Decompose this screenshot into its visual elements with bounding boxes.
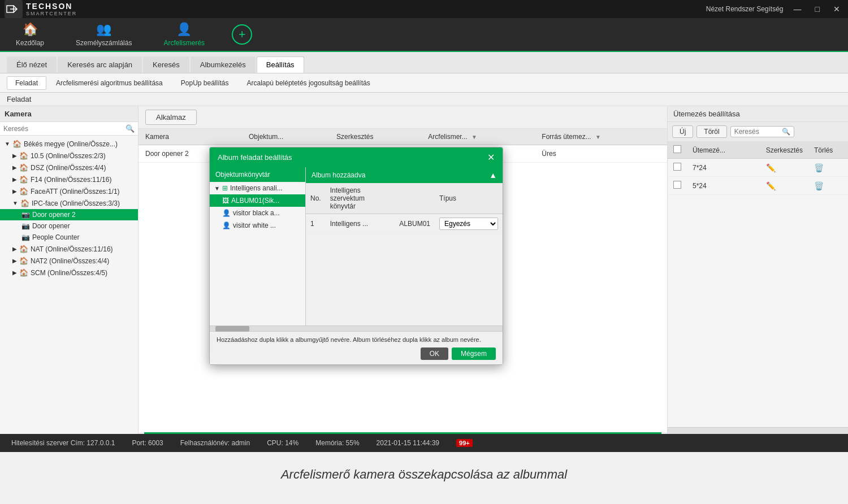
tab-elo-nezet[interactable]: Élő nézet	[7, 57, 57, 73]
col-album	[395, 183, 435, 214]
apply-button[interactable]: Alkalmaz	[145, 110, 197, 125]
tree-item-faceatt[interactable]: ▶ 🏠 FaceATT (Online/Összes:1/1)	[0, 185, 138, 197]
row2-delete-icon[interactable]: 🗑️	[814, 181, 824, 190]
tab-kereses-arc[interactable]: Keresés arc alapján	[58, 57, 142, 73]
right-panel-toolbar: Új Töröl 🔍	[668, 122, 848, 142]
modal-title: Album feladat beállítás	[218, 153, 292, 162]
modal-tree-visitor-black[interactable]: 👤 visitor black a...	[210, 207, 305, 219]
delete-button[interactable]: Töröl	[696, 125, 726, 138]
status-memory: Memória: 55%	[315, 439, 359, 447]
schedule-search-input[interactable]	[734, 128, 780, 136]
right-panel: Ütemezés beállítása Új Töröl 🔍 Ütemezé..…	[667, 106, 848, 434]
col-utemeze-header: Ütemezé...	[687, 142, 760, 159]
title-bar-left: TECHSON SMARTCENTER	[5, 0, 77, 18]
expand-icon: ▶	[12, 164, 17, 171]
nav-label-arcfelismeres: Arcfelismerés	[163, 39, 205, 47]
modal-scrollbar-thumb[interactable]	[215, 326, 249, 332]
sort-icon-2: ▼	[595, 134, 601, 140]
modal-ok-button[interactable]: OK	[421, 347, 448, 360]
tree-item-f14[interactable]: ▶ 🏠 F14 (Online/Összes:11/16)	[0, 173, 138, 185]
modal-right-header: Album hozzáadva ▲	[306, 167, 503, 183]
tab-algoritmus[interactable]: Arcfelismerési algoritmus beállítása	[47, 76, 171, 90]
cell-intelligens: Intelligens ...	[326, 214, 395, 234]
tree-item-people-counter[interactable]: 📷 People Counter	[0, 232, 138, 243]
modal-dialog[interactable]: Album feladat beállítás ✕ Objektumkönyvt…	[209, 147, 503, 365]
caption-text: Arcfelismerő kamera összekapcsolása az a…	[281, 467, 567, 482]
row2-checkbox[interactable]	[673, 181, 681, 189]
tab-popup[interactable]: PopUp beállítás	[172, 76, 237, 90]
modal-body: Objektumkönyvtár ▼ ⊞ Intelligens anali..…	[210, 167, 503, 325]
camera-icon: 📷	[21, 233, 30, 241]
tab-beallitas[interactable]: Beállítás	[257, 57, 304, 73]
collapse-icon: ▲	[489, 171, 497, 180]
row2-delete[interactable]: 🗑️	[808, 177, 848, 195]
row1-edit[interactable]: ✏️	[760, 159, 808, 177]
nav-item-kezdolap[interactable]: 🏠 Kezdőlap	[11, 20, 49, 49]
tree-item-10-5[interactable]: ▶ 🏠 10.5 (Online/Összes:2/3)	[0, 150, 138, 162]
right-panel-header: Ütemezés beállítása	[668, 106, 848, 122]
tab-arcalapu[interactable]: Arcalapú beléptetés jogosultság beállítá…	[239, 76, 379, 90]
close-button[interactable]: ✕	[830, 3, 843, 15]
tree-item-door-opener[interactable]: 📷 Door opener	[0, 220, 138, 232]
maximize-button[interactable]: □	[812, 3, 823, 15]
tipus-select[interactable]: Egyezés Nem egyezés	[439, 218, 498, 230]
modal-tree-intelligens[interactable]: ▼ ⊞ Intelligens anali...	[210, 182, 305, 194]
modal-cancel-button[interactable]: Mégsem	[452, 347, 496, 360]
schedule-search-box[interactable]: 🔍	[730, 126, 794, 137]
row1-check[interactable]	[668, 159, 687, 177]
tree-item-nat[interactable]: ▶ 🏠 NAT (Online/Összes:11/16)	[0, 243, 138, 255]
tree-item-bekes[interactable]: ▼ 🏠 Békés megye (Online/Össze...)	[0, 138, 138, 150]
house-icon: 🏠	[19, 245, 28, 253]
tree-item-door-opener-2[interactable]: 📷 Door opener 2	[0, 209, 138, 220]
tab-kereses[interactable]: Keresés	[143, 57, 189, 73]
row1-edit-icon[interactable]: ✏️	[766, 163, 776, 172]
tree-item-nat2[interactable]: ▶ 🏠 NAT2 (Online/Összes:4/4)	[0, 255, 138, 267]
title-bar-right: Nézet Rendszer Segítség — □ ✕	[706, 3, 843, 15]
modal-close-button[interactable]: ✕	[487, 152, 495, 163]
status-bar: Hitelesítési szerver Cím: 127.0.0.1 Port…	[0, 434, 848, 452]
col-kamera: Kamera	[139, 129, 242, 145]
tree-item-scm[interactable]: ▶ 🏠 SCM (Online/Összes:4/5)	[0, 267, 138, 279]
tab-feladat[interactable]: Feladat	[7, 76, 46, 90]
green-line	[144, 432, 661, 434]
tree-item-ipc-face[interactable]: ▼ 🏠 IPC-face (Online/Összes:3/3)	[0, 197, 138, 209]
right-panel-scrollbar[interactable]	[668, 427, 848, 434]
modal-left-header: Objektumkönyvtár	[210, 167, 305, 182]
person-icon-2: 👤	[222, 221, 231, 229]
cell-tipus[interactable]: Egyezés Nem egyezés	[435, 214, 503, 234]
expand-icon: ▼	[5, 141, 10, 147]
new-button[interactable]: Új	[672, 125, 693, 138]
modal-tree-album01[interactable]: 🖼 ALBUM01(Sik...	[210, 194, 305, 207]
row2-check[interactable]	[668, 177, 687, 195]
face-icon: 👤	[176, 22, 192, 37]
modal-scrollbar[interactable]	[210, 325, 503, 331]
section-header: Feladat	[0, 93, 848, 106]
row2-edit-icon[interactable]: ✏️	[766, 181, 776, 190]
col-torles-header: Törlés	[808, 142, 848, 159]
row2-edit[interactable]: ✏️	[760, 177, 808, 195]
row1-checkbox[interactable]	[673, 163, 681, 171]
tree-item-dsz[interactable]: ▶ 🏠 DSZ (Online/Összes:4/4)	[0, 162, 138, 173]
sidebar-search-input[interactable]	[3, 125, 123, 133]
search-icon: 🔍	[126, 124, 135, 133]
status-user: Felhasználónév: admin	[180, 439, 250, 447]
group-icon: ⊞	[222, 184, 228, 192]
minimize-button[interactable]: —	[790, 3, 805, 15]
row1-delete[interactable]: 🗑️	[808, 159, 848, 177]
col-forras: Forrás ütemez... ▼	[535, 129, 667, 145]
modal-tree-visitor-white[interactable]: 👤 visitor white ...	[210, 219, 305, 232]
nav-item-arcfelismeres[interactable]: 👤 Arcfelismerés	[159, 20, 209, 49]
row1-delete-icon[interactable]: 🗑️	[814, 163, 824, 172]
tab-albumkezeles[interactable]: Albumkezelés	[191, 57, 256, 73]
select-all-checkbox[interactable]	[673, 145, 681, 153]
nav-item-szemely[interactable]: 👥 Személyszámlálás	[71, 20, 136, 49]
modal-actions: OK Mégsem	[217, 347, 496, 360]
house-icon: 🏠	[12, 140, 21, 148]
sidebar-search-box[interactable]: 🔍	[0, 122, 138, 136]
col-szerkesztes: Szerkesztés	[330, 129, 421, 145]
nav-add-button[interactable]: +	[232, 24, 252, 45]
house-icon: 🏠	[19, 257, 28, 265]
tab-bar-2: Feladat Arcfelismerési algoritmus beállí…	[0, 73, 848, 93]
modal-header: Album feladat beállítás ✕	[210, 147, 503, 167]
expand-icon: ▶	[12, 188, 17, 194]
